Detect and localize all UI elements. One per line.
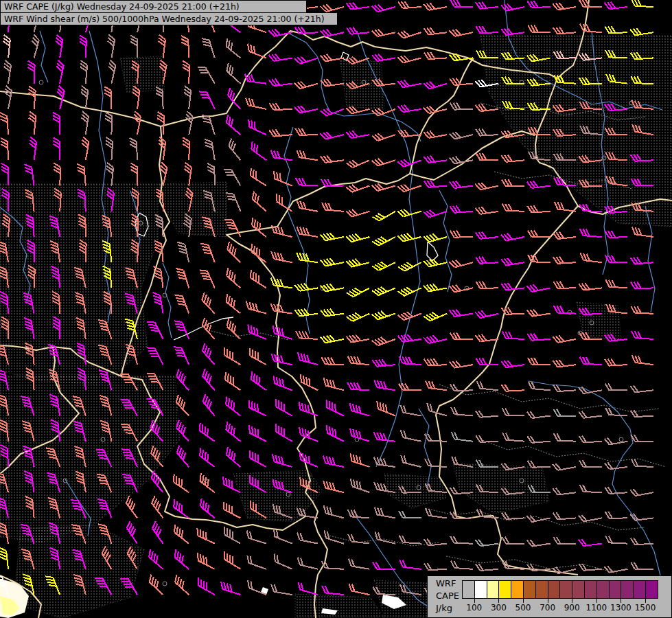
cape-legend: WRF CAPE J/kg 10030050070090011001300150… — [427, 575, 672, 618]
title-line-cape: WRF CAPE (J/kg) Wednesday 24-09-2025 21:… — [0, 0, 307, 13]
legend-swatch — [609, 580, 622, 599]
legend-swatch — [462, 580, 475, 599]
legend-swatch — [559, 580, 572, 599]
legend-tick-label: 700 — [540, 603, 555, 613]
legend-swatch — [487, 580, 500, 599]
legend-swatch — [523, 580, 536, 599]
legend-swatch — [498, 580, 511, 599]
legend-swatch — [535, 580, 548, 599]
legend-swatch — [645, 580, 658, 599]
legend-swatch — [596, 580, 610, 599]
legend-tick-label: 300 — [491, 603, 507, 613]
legend-tick-label: 100 — [466, 603, 482, 613]
legend-swatch — [511, 580, 524, 599]
title-box: WRF CAPE (J/kg) Wednesday 24-09-2025 21:… — [0, 0, 338, 25]
title-cape-text: WRF CAPE (J/kg) Wednesday 24-09-2025 21:… — [4, 1, 240, 12]
legend-tick-label: 1500 — [635, 603, 656, 613]
title-line-shear: WRF Wind shear (m/s) 500/1000hPa Wednesd… — [0, 12, 338, 25]
legend-tick-label: 1100 — [586, 603, 607, 613]
weather-map-app: WRF CAPE (J/kg) Wednesday 24-09-2025 21:… — [0, 0, 672, 618]
legend-tick-label: 900 — [564, 603, 580, 613]
legend-unit-line3: J/kg — [436, 602, 459, 615]
legend-unit-line1: WRF — [436, 577, 459, 590]
legend-tick-label: 1300 — [610, 603, 632, 613]
urban-area — [120, 56, 165, 93]
legend-swatch — [548, 580, 561, 599]
legend-swatch — [584, 580, 597, 599]
legend-unit-label: WRF CAPE J/kg — [436, 577, 459, 615]
legend-swatch — [474, 580, 487, 599]
legend-swatch — [621, 580, 634, 599]
title-shear-text: WRF Wind shear (m/s) 500/1000hPa Wednesd… — [4, 14, 325, 24]
legend-swatch — [572, 580, 585, 599]
legend-unit-line2: CAPE — [436, 590, 459, 602]
legend-swatch — [633, 580, 646, 599]
map-canvas — [0, 0, 672, 618]
legend-tick-label: 500 — [515, 603, 531, 613]
